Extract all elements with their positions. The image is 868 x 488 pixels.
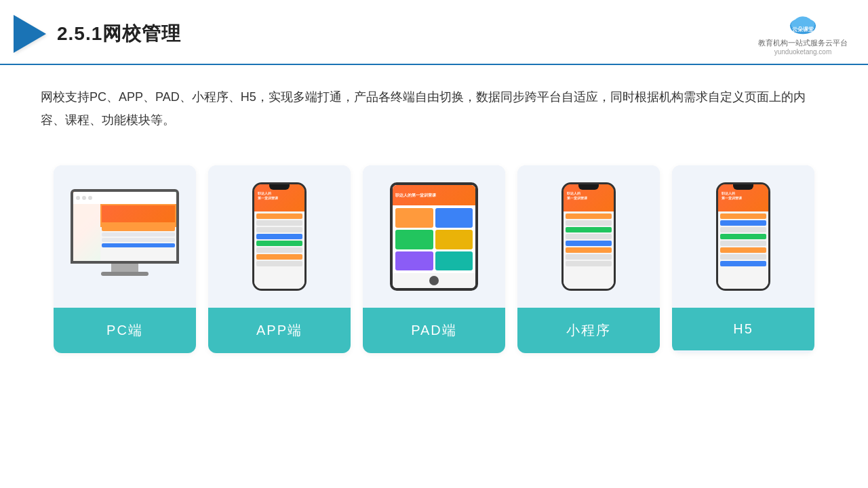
phone-app-mockup: 职达人的第一堂训营课	[252, 182, 307, 291]
card-miniprogram-label: 小程序	[517, 308, 660, 353]
phone-notch-mini	[578, 184, 599, 190]
card-app-label: APP端	[208, 308, 351, 353]
card-h5: 职达人的第一堂训营课 H5	[672, 165, 814, 353]
description-paragraph: 网校支持PC、APP、PAD、小程序、H5，实现多端打通，产品各终端自由切换，数…	[41, 85, 827, 131]
monitor-stand	[111, 264, 138, 272]
phone-screen: 职达人的第一堂训营课	[254, 184, 304, 289]
header-left: 2.5.1网校管理	[14, 15, 181, 53]
pad-header-text: 职达人的第一堂训营课	[395, 192, 436, 199]
pad-header: 职达人的第一堂训营课	[393, 185, 475, 205]
pad-home-button	[429, 276, 439, 285]
header: 2.5.1网校管理 云朵课堂 教育机构一站式服务云平台 yunduoketang…	[0, 0, 868, 65]
card-miniprogram: 职达人的第一堂训营课 小程序	[517, 165, 660, 353]
brand-logo: 云朵课堂	[786, 12, 820, 37]
phone-body-h5	[718, 211, 768, 289]
cloud-icon: 云朵课堂	[786, 12, 820, 37]
card-pc-image	[54, 165, 196, 308]
phone-body-mini	[564, 211, 614, 289]
phone-notch-h5	[733, 184, 753, 190]
monitor-screen	[71, 189, 179, 264]
card-h5-label: H5	[672, 308, 814, 350]
phone-notch	[269, 184, 290, 190]
pad-mockup: 职达人的第一堂训营课	[390, 182, 478, 291]
description-text: 网校支持PC、APP、PAD、小程序、H5，实现多端打通，产品各终端自由切换，数…	[0, 65, 868, 138]
pad-screen: 职达人的第一堂训营课	[393, 185, 475, 288]
pad-body	[393, 205, 475, 273]
header-right: 云朵课堂 教育机构一站式服务云平台 yunduoketang.com	[758, 12, 848, 56]
svg-text:云朵课堂: 云朵课堂	[792, 26, 814, 33]
phone-screen-mini: 职达人的第一堂训营课	[564, 184, 614, 289]
page-title: 2.5.1网校管理	[57, 21, 181, 47]
phone-header-text-h5: 职达人的第一堂训营课	[722, 191, 765, 200]
platform-cards: PC端 职达人的第一堂训营课	[0, 145, 868, 373]
card-pad-label: PAD端	[363, 308, 505, 353]
phone-header-text-mini: 职达人的第一堂训营课	[567, 191, 610, 200]
card-pc-label: PC端	[54, 308, 196, 353]
brand-tagline: 教育机构一站式服务云平台	[758, 38, 848, 48]
play-icon	[14, 15, 46, 53]
card-pad-image: 职达人的第一堂训营课	[363, 165, 505, 308]
phone-body	[254, 211, 304, 289]
brand-url: yunduoketang.com	[774, 48, 832, 56]
monitor-base	[101, 272, 149, 276]
card-h5-image: 职达人的第一堂训营课	[672, 165, 814, 308]
card-pc: PC端	[54, 165, 196, 353]
card-miniprogram-image: 职达人的第一堂训营课	[517, 165, 660, 308]
card-app-image: 职达人的第一堂训营课	[208, 165, 351, 308]
card-pad: 职达人的第一堂训营课 PAD端	[363, 165, 505, 353]
phone-h5-mockup: 职达人的第一堂训营课	[716, 182, 770, 291]
pc-monitor-mockup	[71, 189, 179, 284]
phone-screen-h5: 职达人的第一堂训营课	[718, 184, 768, 289]
phone-miniprogram-mockup: 职达人的第一堂训营课	[561, 182, 616, 291]
card-app: 职达人的第一堂训营课 APP端	[208, 165, 351, 353]
phone-header-text: 职达人的第一堂训营课	[258, 191, 301, 200]
